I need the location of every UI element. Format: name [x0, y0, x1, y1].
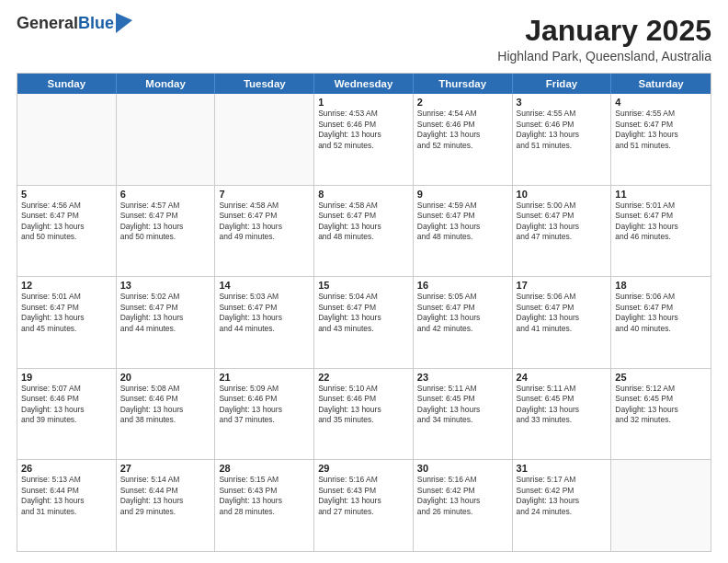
day-number-14: 14 — [219, 280, 310, 291]
title-area: January 2025 Highland Park, Queensland, … — [497, 15, 711, 63]
day-number-10: 10 — [517, 189, 608, 200]
cell-info-15: Sunrise: 5:04 AM Sunset: 6:47 PM Dayligh… — [318, 292, 409, 334]
header-tuesday: Tuesday — [215, 74, 314, 94]
cell-info-7: Sunrise: 4:58 AM Sunset: 6:47 PM Dayligh… — [219, 201, 310, 243]
cal-cell-r4-c7: 25Sunrise: 5:12 AM Sunset: 6:45 PM Dayli… — [611, 369, 711, 460]
cal-cell-r5-c2: 27Sunrise: 5:14 AM Sunset: 6:44 PM Dayli… — [117, 460, 216, 551]
day-number-13: 13 — [120, 280, 211, 291]
day-number-20: 20 — [120, 372, 211, 383]
header-monday: Monday — [117, 74, 216, 94]
day-number-9: 9 — [417, 189, 508, 200]
day-number-15: 15 — [318, 280, 409, 291]
cal-row-3: 12Sunrise: 5:01 AM Sunset: 6:47 PM Dayli… — [17, 277, 711, 369]
cell-info-10: Sunrise: 5:00 AM Sunset: 6:47 PM Dayligh… — [517, 201, 608, 243]
cell-info-31: Sunrise: 5:17 AM Sunset: 6:42 PM Dayligh… — [517, 475, 608, 517]
cal-cell-r3-c3: 14Sunrise: 5:03 AM Sunset: 6:47 PM Dayli… — [215, 277, 314, 368]
cal-cell-r5-c3: 28Sunrise: 5:15 AM Sunset: 6:43 PM Dayli… — [215, 460, 314, 551]
day-number-19: 19 — [21, 372, 112, 383]
day-number-21: 21 — [219, 372, 310, 383]
cal-cell-r2-c1: 5Sunrise: 4:56 AM Sunset: 6:47 PM Daylig… — [17, 186, 117, 277]
day-number-2: 2 — [417, 97, 508, 108]
cell-info-21: Sunrise: 5:09 AM Sunset: 6:46 PM Dayligh… — [219, 384, 310, 426]
logo-icon — [116, 13, 132, 33]
cal-row-2: 5Sunrise: 4:56 AM Sunset: 6:47 PM Daylig… — [17, 186, 711, 278]
cal-cell-r5-c7 — [611, 460, 711, 551]
cal-row-4: 19Sunrise: 5:07 AM Sunset: 6:46 PM Dayli… — [17, 369, 711, 461]
cal-cell-r1-c5: 2Sunrise: 4:54 AM Sunset: 6:46 PM Daylig… — [414, 94, 513, 185]
cal-cell-r4-c3: 21Sunrise: 5:09 AM Sunset: 6:46 PM Dayli… — [215, 369, 314, 460]
cal-row-5: 26Sunrise: 5:13 AM Sunset: 6:44 PM Dayli… — [17, 460, 711, 551]
cell-info-1: Sunrise: 4:53 AM Sunset: 6:46 PM Dayligh… — [318, 109, 409, 151]
cell-info-23: Sunrise: 5:11 AM Sunset: 6:45 PM Dayligh… — [417, 384, 508, 426]
cal-cell-r3-c6: 17Sunrise: 5:06 AM Sunset: 6:47 PM Dayli… — [513, 277, 612, 368]
location: Highland Park, Queensland, Australia — [497, 49, 711, 63]
cell-info-22: Sunrise: 5:10 AM Sunset: 6:46 PM Dayligh… — [318, 384, 409, 426]
cal-cell-r5-c6: 31Sunrise: 5:17 AM Sunset: 6:42 PM Dayli… — [513, 460, 612, 551]
day-number-12: 12 — [21, 280, 112, 291]
day-number-1: 1 — [318, 97, 409, 108]
cal-cell-r1-c2 — [117, 94, 216, 185]
day-number-22: 22 — [318, 372, 409, 383]
day-number-26: 26 — [21, 463, 112, 474]
cal-cell-r3-c7: 18Sunrise: 5:06 AM Sunset: 6:47 PM Dayli… — [611, 277, 711, 368]
cal-cell-r2-c3: 7Sunrise: 4:58 AM Sunset: 6:47 PM Daylig… — [215, 186, 314, 277]
logo: GeneralBlue — [17, 15, 132, 33]
cell-info-28: Sunrise: 5:15 AM Sunset: 6:43 PM Dayligh… — [219, 475, 310, 517]
cal-cell-r1-c1 — [17, 94, 117, 185]
day-number-23: 23 — [417, 372, 508, 383]
cal-cell-r5-c4: 29Sunrise: 5:16 AM Sunset: 6:43 PM Dayli… — [314, 460, 414, 551]
cell-info-27: Sunrise: 5:14 AM Sunset: 6:44 PM Dayligh… — [120, 475, 211, 517]
header-wednesday: Wednesday — [314, 74, 414, 94]
day-number-29: 29 — [318, 463, 409, 474]
cal-cell-r4-c4: 22Sunrise: 5:10 AM Sunset: 6:46 PM Dayli… — [314, 369, 414, 460]
day-number-25: 25 — [615, 372, 707, 383]
cell-info-26: Sunrise: 5:13 AM Sunset: 6:44 PM Dayligh… — [21, 475, 112, 517]
header-thursday: Thursday — [414, 74, 513, 94]
cal-cell-r3-c2: 13Sunrise: 5:02 AM Sunset: 6:47 PM Dayli… — [117, 277, 216, 368]
day-number-11: 11 — [615, 189, 707, 200]
page: GeneralBlue January 2025 Highland Park, … — [0, 0, 728, 563]
day-number-3: 3 — [517, 97, 608, 108]
day-number-5: 5 — [21, 189, 112, 200]
cal-cell-r4-c5: 23Sunrise: 5:11 AM Sunset: 6:45 PM Dayli… — [414, 369, 513, 460]
day-number-28: 28 — [219, 463, 310, 474]
cell-info-14: Sunrise: 5:03 AM Sunset: 6:47 PM Dayligh… — [219, 292, 310, 334]
cal-cell-r4-c6: 24Sunrise: 5:11 AM Sunset: 6:45 PM Dayli… — [513, 369, 612, 460]
cell-info-12: Sunrise: 5:01 AM Sunset: 6:47 PM Dayligh… — [21, 292, 112, 334]
header-saturday: Saturday — [611, 74, 711, 94]
cell-info-17: Sunrise: 5:06 AM Sunset: 6:47 PM Dayligh… — [517, 292, 608, 334]
cal-cell-r2-c6: 10Sunrise: 5:00 AM Sunset: 6:47 PM Dayli… — [513, 186, 612, 277]
cell-info-9: Sunrise: 4:59 AM Sunset: 6:47 PM Dayligh… — [417, 201, 508, 243]
cal-cell-r3-c4: 15Sunrise: 5:04 AM Sunset: 6:47 PM Dayli… — [314, 277, 414, 368]
logo-blue: Blue — [78, 14, 114, 32]
cal-cell-r4-c1: 19Sunrise: 5:07 AM Sunset: 6:46 PM Dayli… — [17, 369, 117, 460]
header-friday: Friday — [513, 74, 612, 94]
cell-info-24: Sunrise: 5:11 AM Sunset: 6:45 PM Dayligh… — [517, 384, 608, 426]
day-number-7: 7 — [219, 189, 310, 200]
cal-row-1: 1Sunrise: 4:53 AM Sunset: 6:46 PM Daylig… — [17, 94, 711, 186]
cell-info-11: Sunrise: 5:01 AM Sunset: 6:47 PM Dayligh… — [615, 201, 707, 243]
svg-marker-0 — [116, 13, 132, 33]
cal-cell-r2-c7: 11Sunrise: 5:01 AM Sunset: 6:47 PM Dayli… — [611, 186, 711, 277]
cell-info-5: Sunrise: 4:56 AM Sunset: 6:47 PM Dayligh… — [21, 201, 112, 243]
cell-info-20: Sunrise: 5:08 AM Sunset: 6:46 PM Dayligh… — [120, 384, 211, 426]
cal-cell-r2-c4: 8Sunrise: 4:58 AM Sunset: 6:47 PM Daylig… — [314, 186, 414, 277]
day-number-17: 17 — [517, 280, 608, 291]
cal-cell-r5-c5: 30Sunrise: 5:16 AM Sunset: 6:42 PM Dayli… — [414, 460, 513, 551]
calendar: Sunday Monday Tuesday Wednesday Thursday… — [17, 73, 711, 552]
day-number-6: 6 — [120, 189, 211, 200]
day-number-31: 31 — [517, 463, 608, 474]
logo-general: General — [17, 14, 78, 32]
cal-cell-r1-c3 — [215, 94, 314, 185]
cell-info-13: Sunrise: 5:02 AM Sunset: 6:47 PM Dayligh… — [120, 292, 211, 334]
cal-cell-r2-c5: 9Sunrise: 4:59 AM Sunset: 6:47 PM Daylig… — [414, 186, 513, 277]
cell-info-29: Sunrise: 5:16 AM Sunset: 6:43 PM Dayligh… — [318, 475, 409, 517]
cal-cell-r3-c1: 12Sunrise: 5:01 AM Sunset: 6:47 PM Dayli… — [17, 277, 117, 368]
day-number-8: 8 — [318, 189, 409, 200]
cal-cell-r3-c5: 16Sunrise: 5:05 AM Sunset: 6:47 PM Dayli… — [414, 277, 513, 368]
calendar-body: 1Sunrise: 4:53 AM Sunset: 6:46 PM Daylig… — [17, 94, 711, 551]
day-number-27: 27 — [120, 463, 211, 474]
cal-cell-r5-c1: 26Sunrise: 5:13 AM Sunset: 6:44 PM Dayli… — [17, 460, 117, 551]
cell-info-18: Sunrise: 5:06 AM Sunset: 6:47 PM Dayligh… — [615, 292, 707, 334]
cal-cell-r2-c2: 6Sunrise: 4:57 AM Sunset: 6:47 PM Daylig… — [117, 186, 216, 277]
